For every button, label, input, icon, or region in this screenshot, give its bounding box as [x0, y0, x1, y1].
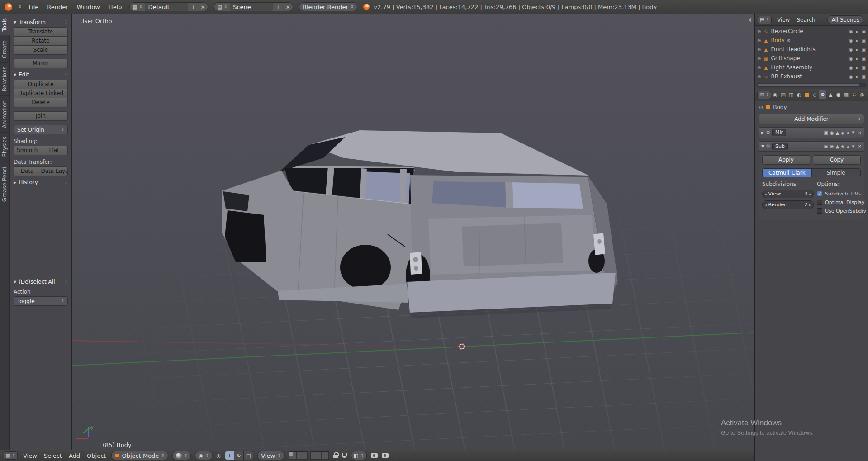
outliner-horizontal-scrollbar[interactable]	[757, 83, 866, 87]
tab-scene-icon[interactable]: ◫	[787, 90, 795, 99]
drag-dots-icon[interactable]: ⠿	[65, 280, 68, 285]
tab-physics-icon[interactable]: ◎	[859, 90, 866, 99]
outliner-row-light-assembly[interactable]: ⊕ ▲ Light Assembly ◉ ▸ ▣	[755, 63, 868, 72]
manipulator-translate-button[interactable]: +	[225, 451, 234, 460]
renderability-camera-icon[interactable]: ▣	[862, 74, 866, 79]
properties-editor-select[interactable]: ▤ ⇕	[757, 91, 771, 99]
tab-animation[interactable]: Animation	[0, 96, 10, 133]
drag-dots-icon[interactable]: ⠿	[65, 180, 68, 185]
proportional-edit-icon[interactable]: ◎	[217, 453, 221, 459]
expand-icon[interactable]: ⊕	[757, 56, 761, 61]
object-name[interactable]: Front Headlights	[771, 46, 815, 52]
editor-type-select[interactable]: ▦ ⇕	[4, 451, 18, 460]
tab-relations[interactable]: Relations	[0, 62, 10, 96]
simple-button[interactable]: Simple	[811, 169, 861, 177]
render-subdivisions-field[interactable]: ◂ Render: 2 ▸	[762, 200, 814, 209]
tab-material-icon[interactable]: ●	[835, 90, 842, 99]
screen-layout-delete-button[interactable]: ×	[198, 2, 208, 11]
toggle-dropdown[interactable]: Toggle ⇕	[14, 296, 68, 306]
selectability-arrow-icon[interactable]: ▸	[856, 47, 859, 52]
expand-triangle-icon[interactable]: ▶	[761, 131, 764, 135]
increment-arrow-icon[interactable]: ▸	[809, 192, 811, 196]
panel-header-history[interactable]: ▶ History ⠿	[14, 179, 68, 185]
menu-render[interactable]: Render	[46, 3, 69, 11]
catmull-clark-button[interactable]: Catmull-Clark	[763, 169, 811, 177]
scale-button[interactable]: Scale	[14, 45, 68, 55]
tab-object-data-icon[interactable]: ▲	[827, 90, 834, 99]
drag-dots-icon[interactable]: ⠿	[65, 20, 68, 25]
panel-header-transform[interactable]: ▼ Transform ⠿	[14, 19, 68, 25]
outliner-display-mode-select[interactable]: All Scenes	[827, 15, 863, 24]
modifier-mirror-header[interactable]: ▶ ⚙ Mir ▣ ◉ ▲ ◈ ▲ ▼ ×	[759, 128, 864, 138]
expand-icon[interactable]: ⊕	[757, 74, 761, 79]
editmode-toggle-icon[interactable]: ▲	[836, 130, 840, 135]
outliner-menu-view[interactable]: View	[776, 16, 791, 24]
scene-delete-button[interactable]: ×	[283, 2, 293, 11]
mirror-button[interactable]: Mirror	[14, 59, 68, 68]
decrement-arrow-icon[interactable]: ◂	[765, 192, 767, 196]
outliner-row-grill-shape[interactable]: ⊕ ▦ Grill shape ◉ ▸ ▣	[755, 54, 868, 63]
delete-button[interactable]: Delete	[14, 98, 68, 107]
copy-button[interactable]: Copy	[813, 155, 861, 165]
rotate-button[interactable]: Rotate	[14, 36, 68, 46]
scene-add-button[interactable]: +	[273, 2, 283, 11]
visibility-eye-icon[interactable]: ◉	[849, 29, 853, 34]
editmode-toggle-icon[interactable]: ▲	[836, 144, 840, 149]
join-button[interactable]: Join	[14, 111, 68, 121]
outliner-editor-select[interactable]: ▤ ⇕	[758, 16, 772, 24]
manipulator-rotate-button[interactable]: ↻	[234, 451, 244, 460]
viewport-shading-select[interactable]: ⇕	[172, 451, 191, 460]
tab-create[interactable]: Create	[0, 36, 10, 63]
snap-magnet-icon[interactable]	[342, 453, 347, 458]
pivot-point-select[interactable]: ◉ ⇕	[195, 451, 212, 460]
menu-file[interactable]: File	[28, 3, 40, 11]
drag-dots-icon[interactable]: ⠿	[65, 72, 68, 77]
renderability-camera-icon[interactable]: ▣	[862, 38, 866, 43]
selectability-arrow-icon[interactable]: ▸	[856, 38, 859, 43]
tab-constraints-icon[interactable]: ◇	[811, 90, 818, 99]
move-down-icon[interactable]: ▼	[851, 145, 854, 148]
move-up-icon[interactable]: ▲	[846, 131, 849, 134]
delete-modifier-icon[interactable]: ×	[858, 130, 862, 136]
outliner-row-body[interactable]: ⊕ ▲ Body ⚙ ◉ ▸ ▣	[755, 36, 868, 45]
renderability-camera-icon[interactable]: ▣	[862, 47, 866, 52]
menu-select[interactable]: Select	[43, 451, 63, 460]
screen-layout-name-field[interactable]: Default	[145, 2, 188, 11]
smooth-button[interactable]: Smooth	[14, 146, 41, 155]
menu-view[interactable]: View	[22, 451, 38, 460]
tab-texture-icon[interactable]: ▦	[843, 90, 850, 99]
expand-icon[interactable]: ⊕	[757, 38, 761, 43]
object-name[interactable]: Body	[771, 37, 784, 43]
delete-modifier-icon[interactable]: ×	[858, 143, 862, 149]
menu-help[interactable]: Help	[107, 3, 123, 11]
object-name[interactable]: BezierCircle	[771, 28, 803, 34]
data-button[interactable]: Data	[14, 166, 41, 176]
visibility-eye-icon[interactable]: ◉	[849, 38, 853, 43]
outliner-row-front-headlights[interactable]: ⊕ ▲ Front Headlights ◉ ▸ ▣	[755, 45, 868, 54]
expand-icon[interactable]: ⊕	[757, 29, 761, 34]
cage-toggle-icon[interactable]: ◈	[841, 144, 844, 149]
render-toggle-icon[interactable]: ▣	[824, 130, 828, 135]
car-body-model[interactable]	[72, 14, 754, 450]
duplicate-linked-button[interactable]: Duplicate Linked	[14, 89, 68, 98]
render-toggle-icon[interactable]: ▣	[824, 144, 828, 149]
modifier-name-field[interactable]: Sub	[772, 143, 788, 150]
screen-layout-add-button[interactable]: +	[188, 2, 198, 11]
menu-window[interactable]: Window	[76, 3, 101, 11]
layers-group-2[interactable]	[310, 451, 329, 460]
optimal-display-checkbox-row[interactable]: Optimal Display	[817, 198, 866, 206]
view-subdivisions-field[interactable]: ◂ View: 3 ▸	[762, 190, 814, 198]
decrement-arrow-icon[interactable]: ◂	[765, 203, 767, 207]
object-name[interactable]: Light Assembly	[771, 64, 812, 71]
visibility-eye-icon[interactable]: ◉	[849, 47, 853, 52]
move-up-icon[interactable]: ▲	[846, 145, 849, 148]
snap-element-select[interactable]: ◧ ⇕	[351, 451, 367, 460]
selectability-arrow-icon[interactable]: ▸	[856, 56, 859, 61]
menu-object[interactable]: Object	[85, 451, 107, 460]
panel-header-edit[interactable]: ▼ Edit ⠿	[14, 71, 68, 78]
mode-select[interactable]: Object Mode ⇕	[111, 451, 168, 460]
region-collapse-arrow-icon[interactable]	[749, 17, 751, 23]
visibility-eye-icon[interactable]: ◉	[849, 65, 853, 70]
expand-icon[interactable]: ⊕	[757, 47, 761, 52]
subdivide-uvs-checkbox[interactable]: ✓	[817, 191, 822, 196]
